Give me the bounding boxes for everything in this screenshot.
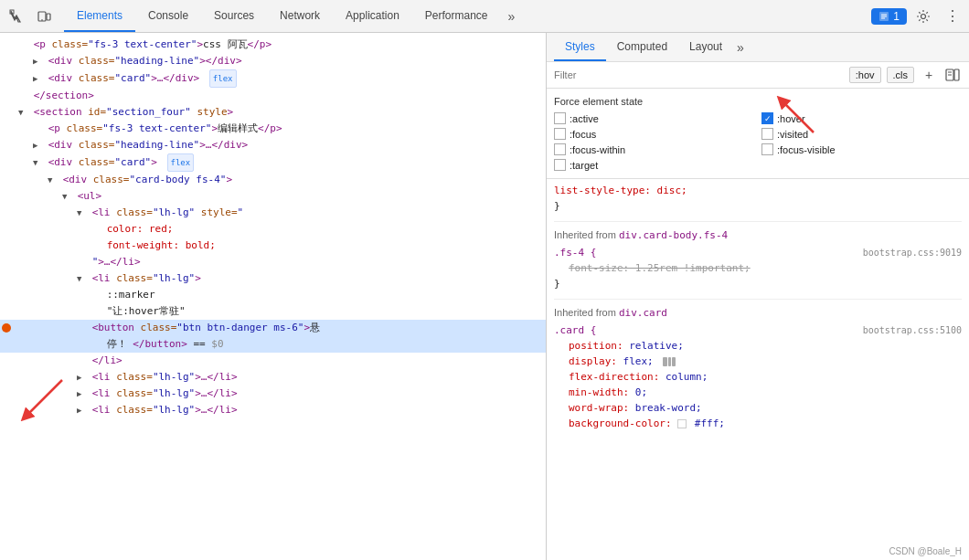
html-line[interactable]: <ul>	[0, 188, 546, 205]
styles-tab-styles[interactable]: Styles	[554, 33, 606, 61]
css-prop-line[interactable]: font-size: 1.25rem !important;	[554, 260, 962, 276]
breakpoint-dot	[2, 323, 11, 333]
html-line[interactable]: <div class="card"> flex	[0, 153, 546, 172]
html-line[interactable]: <div class="card">…</div> flex	[0, 69, 546, 88]
html-line[interactable]: font-weight: bold;	[0, 238, 546, 254]
tab-console[interactable]: Console	[135, 0, 201, 32]
html-line[interactable]: </li>	[0, 353, 546, 369]
state-row-active: :active	[554, 112, 754, 124]
styles-panel: Styles Computed Layout » :hov .cls +	[547, 33, 969, 560]
checkbox-focus-visible[interactable]	[761, 143, 773, 155]
settings-button[interactable]	[910, 4, 936, 29]
state-row-focus-visible: :focus-visible	[761, 143, 962, 155]
force-state-section: Force element state :active :hover :focu…	[547, 89, 969, 179]
html-line[interactable]: <li class="lh-lg">…</li>	[0, 369, 546, 386]
tab-elements[interactable]: Elements	[64, 0, 135, 32]
triangle-icon[interactable]	[77, 386, 86, 402]
triangle-icon[interactable]	[33, 137, 42, 153]
css-block-disc: list-style-type: disc; }	[554, 183, 962, 214]
elements-content[interactable]: <p class="fs-3 text-center">css 阿瓦</p> <…	[0, 33, 546, 560]
triangle-icon[interactable]	[62, 188, 71, 205]
state-row-visited: :visited	[761, 128, 962, 140]
triangle-icon[interactable]	[77, 205, 86, 221]
html-line[interactable]: <div class="card-body fs-4">	[0, 172, 546, 188]
styles-tab-computed[interactable]: Computed	[606, 33, 678, 61]
html-line[interactable]: <li class="lh-lg">…</li>	[0, 386, 546, 402]
html-line[interactable]: <section id="section_four" style>	[0, 104, 546, 121]
checkbox-active[interactable]	[554, 112, 566, 124]
inherited-from-2: Inherited from div.card	[554, 307, 962, 319]
flex-badge[interactable]: flex	[167, 153, 195, 172]
toolbar-tabs: Elements Console Sources Network Applica…	[64, 0, 522, 32]
triangle-icon[interactable]	[77, 369, 86, 386]
triangle-icon[interactable]	[77, 402, 86, 418]
svg-rect-11	[663, 357, 667, 366]
css-selector-line[interactable]: .card { bootstrap.css:5100	[554, 322, 962, 338]
css-prop-line[interactable]: display: flex;	[554, 354, 962, 369]
checkbox-focus[interactable]	[554, 128, 566, 140]
html-line-selected[interactable]: 停！ </button> == $0	[0, 336, 546, 353]
inspect-button[interactable]	[4, 4, 29, 29]
triangle-icon[interactable]	[33, 53, 42, 69]
checkbox-focus-within[interactable]	[554, 143, 566, 155]
inherited-tag-1[interactable]: div.card-body.fs-4	[619, 229, 728, 241]
panel-badge-button[interactable]: 1	[871, 8, 907, 25]
device-toggle-button[interactable]	[31, 4, 57, 29]
css-selector-line[interactable]: .fs-4 { bootstrap.css:9019	[554, 245, 962, 260]
more-options-button[interactable]: ⋮	[940, 4, 965, 29]
html-line[interactable]: <p class="fs-3 text-center">css 阿瓦</p>	[0, 37, 546, 53]
html-line[interactable]: "让:hover常驻"	[0, 303, 546, 320]
html-line[interactable]: <p class="fs-3 text-center">编辑样式</p>	[0, 121, 546, 137]
html-line[interactable]: </section>	[0, 88, 546, 104]
svg-rect-13	[672, 357, 676, 366]
separator	[554, 299, 962, 300]
add-rule-button[interactable]: +	[920, 66, 938, 84]
html-line[interactable]: ">…</li>	[0, 254, 546, 270]
color-swatch[interactable]	[677, 419, 687, 428]
checkbox-visited[interactable]	[761, 128, 773, 140]
svg-rect-2	[47, 14, 50, 20]
css-prop-line[interactable]: word-wrap: break-word;	[554, 400, 962, 416]
hov-button[interactable]: :hov	[849, 67, 881, 83]
styles-tab-more[interactable]: »	[733, 40, 748, 55]
html-line[interactable]: <li class="lh-lg">…</li>	[0, 402, 546, 418]
checkbox-target[interactable]	[554, 159, 566, 171]
collapse-button[interactable]	[943, 66, 962, 84]
state-row-focus-within: :focus-within	[554, 143, 754, 155]
triangle-icon[interactable]	[33, 70, 42, 87]
html-line[interactable]: <div class="heading-line">…</div>	[0, 137, 546, 153]
css-prop-line[interactable]: min-width: 0;	[554, 385, 962, 400]
html-line-selected[interactable]: <button class="btn btn-danger ms-6">悬	[0, 320, 546, 336]
css-rules[interactable]: list-style-type: disc; } Inherited from …	[547, 179, 969, 560]
html-line[interactable]: <li class="lh-lg">	[0, 270, 546, 287]
triangle-icon[interactable]	[77, 270, 86, 287]
devtools-main: <p class="fs-3 text-center">css 阿瓦</p> <…	[0, 33, 969, 560]
filter-input[interactable]	[554, 69, 844, 80]
css-brace-close: }	[554, 276, 962, 291]
css-prop-line[interactable]: flex-direction: column;	[554, 369, 962, 385]
html-line[interactable]: <li class="lh-lg" style="	[0, 205, 546, 221]
css-prop-line[interactable]: list-style-type: disc;	[554, 183, 962, 198]
html-line[interactable]: ::marker	[0, 287, 546, 303]
tab-application[interactable]: Application	[333, 0, 412, 32]
html-line[interactable]: color: red;	[0, 221, 546, 238]
tab-more[interactable]: »	[501, 0, 523, 32]
tab-performance[interactable]: Performance	[412, 0, 501, 32]
css-brace-close: }	[554, 198, 962, 214]
css-prop-line[interactable]: background-color: #fff;	[554, 416, 962, 431]
html-line[interactable]: <div class="heading-line"></div>	[0, 53, 546, 69]
triangle-icon[interactable]	[33, 154, 42, 171]
tab-sources[interactable]: Sources	[201, 0, 267, 32]
flex-icon	[663, 357, 676, 366]
tab-network[interactable]: Network	[267, 0, 333, 32]
css-prop-line[interactable]: position: relative;	[554, 338, 962, 354]
flex-badge[interactable]: flex	[209, 69, 237, 88]
svg-rect-8	[954, 69, 959, 80]
css-block-card: .card { bootstrap.css:5100 position: rel…	[554, 322, 962, 431]
styles-tab-layout[interactable]: Layout	[678, 33, 733, 61]
triangle-icon[interactable]	[48, 172, 57, 188]
triangle-icon[interactable]	[18, 104, 27, 121]
cls-button[interactable]: .cls	[887, 67, 915, 83]
inherited-tag-2[interactable]: div.card	[619, 307, 667, 319]
checkbox-hover[interactable]	[761, 112, 773, 124]
